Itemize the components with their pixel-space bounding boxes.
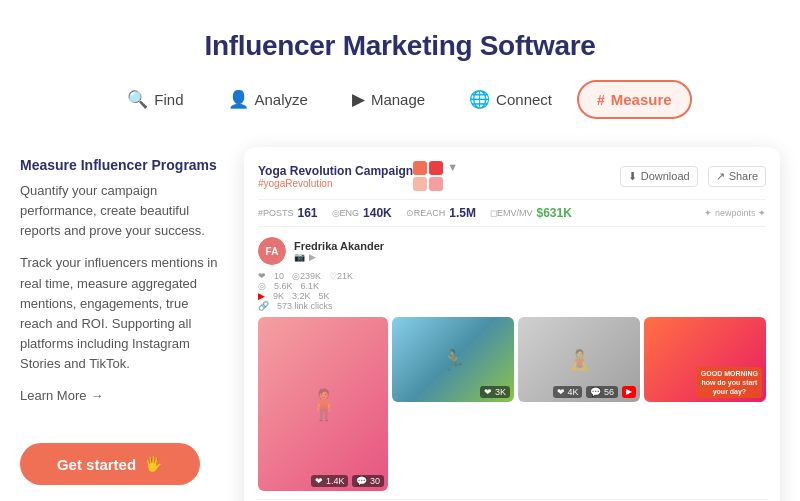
- campaign-actions: ⬇ Download ↗ Share: [620, 166, 766, 187]
- fredrika-image-label-2: ❤ 3K: [480, 386, 510, 398]
- fredrika-image-label-3: ❤ 4K 💬 56 ▶: [553, 386, 636, 398]
- heart-icon: ❤: [258, 271, 266, 281]
- metric-val6: 5K: [319, 291, 330, 301]
- measure-icon: #: [597, 92, 605, 108]
- comment-icon: ◎: [258, 281, 266, 291]
- yoga-figure: 🧘: [567, 348, 592, 372]
- metric-val4: 9K: [273, 291, 284, 301]
- logo-sq-2: [429, 161, 443, 175]
- left-heading: Measure Influencer Programs: [20, 157, 220, 173]
- tab-analyze-label: Analyze: [255, 91, 308, 108]
- fredrika-image-yoga: 🧘 ❤ 4K 💬 56 ▶: [518, 317, 640, 402]
- fredrika-metric-4: 🔗 573 link clicks: [258, 301, 353, 311]
- youtube-icon: ▶: [258, 291, 265, 301]
- metric-val5: 3.2K: [292, 291, 311, 301]
- tab-measure[interactable]: # Measure: [577, 80, 692, 119]
- download-label: Download: [641, 170, 690, 182]
- influencer-divider: [258, 499, 766, 500]
- stat-eng-label: ◎ENG: [332, 208, 360, 218]
- yoga-likes: ❤ 4K: [553, 386, 583, 398]
- tab-find[interactable]: 🔍 Find: [108, 80, 202, 119]
- stat-posts-label: #POSTS: [258, 208, 294, 218]
- good-morning-overlay: GOOD MORNINGhow do you startyour day?: [697, 367, 762, 398]
- logo-sq-4: [429, 177, 443, 191]
- influencer-fredrika-header: FA Fredrika Akander 📷 ▶: [258, 237, 766, 265]
- learn-more-text: Learn More: [20, 388, 86, 403]
- download-button[interactable]: ⬇ Download: [620, 166, 698, 187]
- campaign-dropdown-icon[interactable]: ▼: [447, 161, 458, 191]
- download-icon: ⬇: [628, 170, 637, 183]
- fredrika-social-icons: 📷 ▶: [294, 252, 384, 262]
- logo-grid: [413, 161, 443, 191]
- fredrika-images-grid: 🧍 ❤ 1.4K 💬 30 🏃 ❤ 3K 🧘: [258, 317, 766, 491]
- fredrika-metric-1: ❤ 10 ◎239K ♡21K: [258, 271, 353, 281]
- export-link[interactable]: ✦ newpoints ✦: [704, 206, 766, 220]
- manage-icon: ▶: [352, 89, 365, 110]
- youtube-badge: ▶: [622, 386, 636, 398]
- campaign-handle: #yogaRevolution: [258, 178, 413, 189]
- logo-sq-1: [413, 161, 427, 175]
- fredrika-avatar-placeholder: FA: [258, 237, 286, 265]
- learn-more-link[interactable]: Learn More →: [20, 388, 103, 403]
- learn-more-arrow: →: [90, 388, 103, 403]
- stat-emv-value: $631K: [536, 206, 571, 220]
- instagram-icon: 📷: [294, 252, 305, 262]
- stats-row: #POSTS 161 ◎ENG 140K ⊙Reach 1.5M ◻EMV/MV…: [258, 199, 766, 227]
- left-panel: Measure Influencer Programs Quantify you…: [20, 147, 220, 485]
- metric-val: 10: [274, 271, 284, 281]
- tab-manage[interactable]: ▶ Manage: [333, 80, 444, 119]
- tab-manage-label: Manage: [371, 91, 425, 108]
- fredrika-metric-2: ◎ 5.6K 6.1K: [258, 281, 353, 291]
- analyze-icon: 👤: [228, 89, 249, 110]
- stat-emv: ◻EMV/MV $631K: [490, 206, 572, 220]
- right-panel: Yoga Revolution Campaign #yogaRevolution…: [244, 147, 780, 501]
- fredrika-image-road: 🏃 ❤ 3K: [392, 317, 514, 402]
- campaign-title: Yoga Revolution Campaign: [258, 164, 413, 178]
- tab-analyze[interactable]: 👤 Analyze: [209, 80, 327, 119]
- logo-sq-3: [413, 177, 427, 191]
- stat-eng-value: 140K: [363, 206, 392, 220]
- tab-find-label: Find: [154, 91, 183, 108]
- road-figure: 🏃: [441, 348, 466, 372]
- tiktok-icon: ▶: [309, 252, 316, 262]
- metric-likes-row: ❤ 10 ◎239K ♡21K ◎ 5.6K 6.1K ▶ 9K: [258, 271, 353, 311]
- likes-count: ❤ 1.4K: [311, 475, 348, 487]
- comments-count: 💬 30: [352, 475, 384, 487]
- tab-connect[interactable]: 🌐 Connect: [450, 80, 571, 119]
- stat-reach-value: 1.5M: [449, 206, 476, 220]
- share-icon: ↗: [716, 170, 725, 183]
- fredrika-name: Fredrika Akander: [294, 240, 384, 252]
- metric-likes: ♡21K: [329, 271, 353, 281]
- road-likes: ❤ 3K: [480, 386, 510, 398]
- page-title: Influencer Marketing Software: [20, 30, 780, 62]
- fredrika-image-portrait: 🧍 ❤ 1.4K 💬 30: [258, 317, 388, 491]
- fredrika-info: Fredrika Akander 📷 ▶: [294, 240, 384, 262]
- stat-posts-value: 161: [298, 206, 318, 220]
- fredrika-metric-3: ▶ 9K 3.2K 5K: [258, 291, 353, 301]
- metric-val2: 5.6K: [274, 281, 293, 291]
- stat-emv-label: ◻EMV/MV: [490, 208, 533, 218]
- stat-posts: #POSTS 161: [258, 206, 318, 220]
- left-paragraph-2: Track your influencers mentions in real …: [20, 253, 220, 374]
- yoga-comments: 💬 56: [586, 386, 618, 398]
- share-label: Share: [729, 170, 758, 182]
- link-icon: 🔗: [258, 301, 269, 311]
- fredrika-image-extra: GOOD MORNINGhow do you startyour day?: [644, 317, 766, 402]
- stat-eng: ◎ENG 140K: [332, 206, 392, 220]
- campaign-header: Yoga Revolution Campaign #yogaRevolution…: [258, 161, 766, 191]
- get-started-label: Get started: [57, 456, 136, 473]
- campaign-logo: ▼: [413, 161, 458, 191]
- navigation-tabs: 🔍 Find 👤 Analyze ▶ Manage 🌐 Connect # Me…: [20, 80, 780, 119]
- left-paragraph-1: Quantify your campaign performance, crea…: [20, 181, 220, 241]
- stat-reach: ⊙Reach 1.5M: [406, 206, 476, 220]
- get-started-button[interactable]: Get started 🖐: [20, 443, 200, 485]
- metric-links: 573 link clicks: [277, 301, 333, 311]
- metric-reach: ◎239K: [292, 271, 321, 281]
- share-button[interactable]: ↗ Share: [708, 166, 766, 187]
- tab-connect-label: Connect: [496, 91, 552, 108]
- fredrika-image-label-1: ❤ 1.4K 💬 30: [311, 475, 384, 487]
- influencer-fredrika: FA Fredrika Akander 📷 ▶ ❤ 10: [258, 237, 766, 491]
- get-started-icon: 🖐: [144, 455, 163, 473]
- campaign-info: Yoga Revolution Campaign #yogaRevolution: [258, 164, 413, 189]
- fredrika-metrics: ❤ 10 ◎239K ♡21K ◎ 5.6K 6.1K ▶ 9K: [258, 271, 766, 311]
